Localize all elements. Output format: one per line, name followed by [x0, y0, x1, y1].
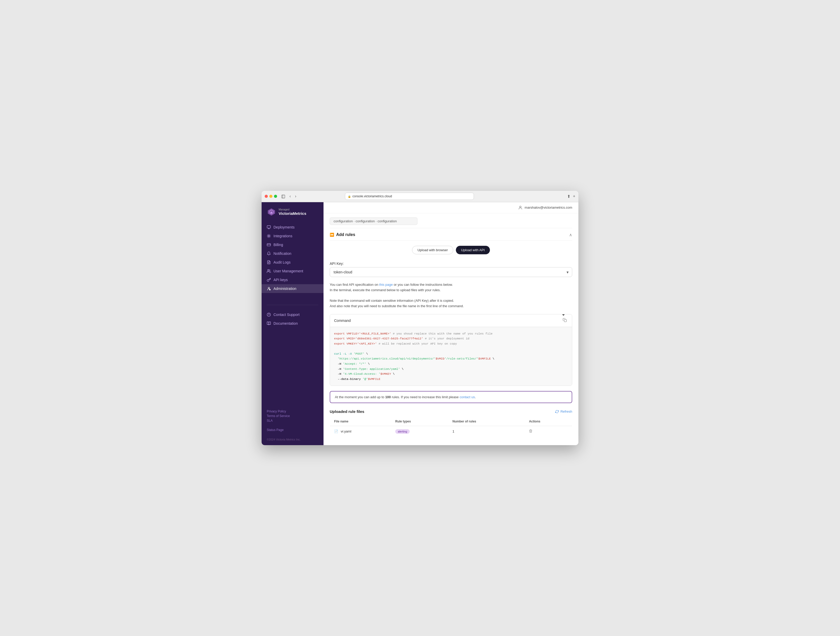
api-key-select[interactable]: token-cloud: [330, 267, 572, 277]
sidebar-nav: Deployments Integrations Billing Notific…: [262, 221, 324, 302]
svg-point-11: [267, 270, 269, 271]
integrations-icon: [267, 234, 271, 238]
maximize-button[interactable]: [274, 195, 277, 198]
address-bar: 🔒 console.victoriametrics.cloud: [345, 193, 474, 200]
collapse-button[interactable]: ∧: [569, 232, 572, 237]
documentation-label: Documentation: [273, 321, 298, 325]
info-text-pre: At the moment you can add up to: [335, 395, 385, 399]
minimize-button[interactable]: [269, 195, 272, 198]
rule-type-cell: alerting: [391, 426, 448, 437]
sidebar-item-deployments[interactable]: Deployments: [262, 223, 324, 232]
instructions-line1: You can find API specification on this p…: [330, 282, 572, 287]
copy-command-button[interactable]: [562, 317, 568, 324]
sidebar-item-user-management[interactable]: User Management: [262, 267, 324, 275]
add-tab-icon[interactable]: +: [573, 194, 575, 199]
titlebar-right-controls: ⬆ +: [567, 194, 575, 199]
delete-file-button[interactable]: [529, 429, 532, 434]
administration-label: Administration: [273, 287, 297, 291]
num-rules-cell: 1: [448, 426, 525, 437]
section-title: ⏩ Add rules: [330, 232, 355, 237]
trash-icon: [529, 429, 532, 433]
config-pill-text: configuration · configuration · configur…: [333, 219, 397, 223]
svg-rect-7: [267, 243, 270, 246]
instructions-part1: You can find API specification on: [330, 282, 379, 287]
billing-label: Billing: [273, 243, 283, 247]
audit-logs-label: Audit Logs: [273, 260, 291, 264]
add-rules-title: Add rules: [336, 232, 355, 237]
sidebar-footer-links: Privacy Policy Terms of Service SLA Stat…: [262, 406, 324, 436]
svg-point-6: [268, 235, 269, 237]
titlebar: ‹ › 🔒 console.victoriametrics.cloud ⬆ +: [262, 191, 578, 202]
sidebar-item-notification[interactable]: Notification: [262, 249, 324, 258]
api-key-select-wrapper[interactable]: token-cloud: [330, 267, 572, 277]
upload-api-button[interactable]: Upload with API: [456, 246, 490, 254]
code-line-1: export VMFILE='<RULE_FILE_NAME>' # you s…: [334, 331, 568, 336]
command-header: Command Command copied: [330, 314, 572, 327]
instructions: You can find API specification on this p…: [330, 282, 572, 309]
api-key-label: API Key:: [330, 262, 572, 266]
svg-rect-0: [282, 195, 285, 198]
sidebar-divider: [267, 305, 318, 305]
sidebar-toggle-button[interactable]: [281, 194, 285, 199]
audit-logs-icon: [267, 260, 271, 264]
sidebar-item-contact-support[interactable]: Contact Support: [262, 310, 324, 319]
brand-label: VictoriaMetrics: [279, 211, 306, 216]
main-header: marshalov@victoriametrics.com: [324, 202, 578, 213]
sidebar-item-audit-logs[interactable]: Audit Logs: [262, 258, 324, 267]
sidebar-item-api-keys[interactable]: API keys: [262, 275, 324, 284]
config-pill[interactable]: configuration · configuration · configur…: [330, 218, 417, 225]
user-info: marshalov@victoriametrics.com: [518, 205, 572, 210]
info-limit: 100: [385, 395, 391, 399]
status-page-link[interactable]: Status Page: [267, 428, 318, 432]
terms-of-service-link[interactable]: Terms of Service: [267, 414, 318, 418]
privacy-policy-link[interactable]: Privacy Policy: [267, 410, 318, 413]
info-text-post: rules. If you need to increase this limi…: [391, 395, 460, 399]
info-period: .: [475, 395, 476, 399]
url-text: console.victoriametrics.cloud: [352, 194, 392, 198]
sidebar-item-integrations[interactable]: Integrations: [262, 232, 324, 240]
instructions-note2: And also note that you will need to subs…: [330, 303, 572, 309]
code-line-h2: -H 'Content-Type: application/yaml' \: [334, 366, 568, 372]
lock-icon: 🔒: [348, 195, 351, 198]
col-actions: Actions: [525, 417, 572, 426]
info-contact-link[interactable]: contact us: [459, 395, 475, 399]
forward-button[interactable]: ›: [294, 193, 297, 199]
refresh-button[interactable]: Refresh: [555, 410, 572, 413]
files-section-header: Uploaded rule files Refresh: [330, 409, 572, 413]
upload-browser-button[interactable]: Upload with browser: [412, 246, 453, 254]
sidebar-item-administration[interactable]: Administration: [262, 284, 324, 293]
user-management-icon: [267, 269, 271, 273]
sidebar-bottom-nav: Contact Support Documentation: [262, 308, 324, 330]
user-management-label: User Management: [273, 269, 303, 273]
contact-support-label: Contact Support: [273, 312, 300, 317]
col-num-rules: Number of rules: [448, 417, 525, 426]
section-title-arrow: ⏩: [330, 233, 334, 237]
code-line-url: 'https://api.victoriametrics.cloud/api/v…: [334, 356, 568, 361]
close-button[interactable]: [265, 195, 268, 198]
copy-icon: [563, 318, 567, 322]
refresh-label: Refresh: [561, 410, 572, 413]
back-button[interactable]: ‹: [289, 193, 292, 199]
sidebar-icon: [281, 194, 285, 199]
sidebar: Managed VictoriaMetrics Deployments Inte…: [262, 202, 324, 445]
app-body: Managed VictoriaMetrics Deployments Inte…: [262, 202, 578, 445]
instructions-link[interactable]: this page: [379, 282, 393, 287]
sidebar-item-documentation[interactable]: Documentation: [262, 319, 324, 328]
api-key-section: API Key: token-cloud: [330, 262, 572, 277]
notification-icon: [267, 251, 271, 256]
svg-rect-5: [267, 226, 270, 228]
info-box: At the moment you can add up to 100 rule…: [330, 391, 572, 403]
api-keys-icon: [267, 278, 271, 282]
sidebar-item-billing[interactable]: Billing: [262, 240, 324, 249]
copy-button-wrapper: Command copied: [562, 317, 568, 324]
administration-icon: [267, 287, 271, 291]
code-line-data: --data-binary '@'$VMFILE: [334, 377, 568, 382]
col-file-name: File name: [330, 417, 392, 426]
svg-rect-17: [564, 320, 567, 322]
logo-icon: [267, 207, 276, 217]
sla-link[interactable]: SLA: [267, 419, 318, 423]
app-window: ‹ › 🔒 console.victoriametrics.cloud ⬆ + …: [262, 191, 578, 445]
user-icon: [518, 205, 523, 210]
contact-support-icon: [267, 312, 271, 317]
share-icon[interactable]: ⬆: [567, 194, 570, 199]
